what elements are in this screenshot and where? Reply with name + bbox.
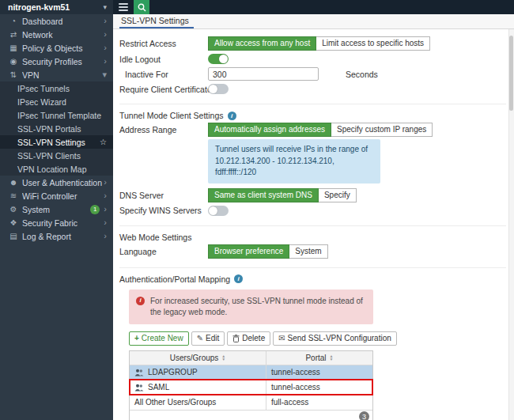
tab-sslvpn-settings[interactable]: SSL-VPN Settings [119, 14, 194, 28]
dns-server-row: DNS Server Same as client system DNS Spe… [119, 188, 506, 202]
create-new-button[interactable]: + Create New [129, 331, 189, 346]
option-limit-access-hosts[interactable]: Limit access to specific hosts [316, 36, 430, 51]
sidebar-item-wifi-controller[interactable]: ≋ WiFi Controller › [0, 189, 113, 202]
hostname-menu[interactable]: nitrogen-kvm51 ▾ [0, 0, 113, 14]
option-same-as-client-dns[interactable]: Same as client system DNS [208, 188, 319, 202]
section-title-text: Web Mode Settings [119, 233, 191, 242]
sidebar-item-label: Dashboard [22, 17, 104, 26]
chevron-right-icon: › [104, 205, 107, 214]
top-bar-right [113, 0, 514, 14]
sidebar-item-label: WiFi Controller [22, 191, 104, 201]
option-browser-preference[interactable]: Browser preference [208, 244, 289, 259]
vertical-scrollbar[interactable] [508, 29, 514, 420]
address-range-segmented: Automatically assign addresses Specify c… [208, 123, 433, 137]
sidebar-item-ipsec-tunnel-template[interactable]: IPsec Tunnel Template [0, 108, 113, 122]
sidebar-item-sslvpn-settings[interactable]: SSL-VPN Settings ☆ [0, 135, 113, 149]
sidebar-item-user-authentication[interactable]: ☻ User & Authentication › [0, 176, 113, 189]
inactive-for-suffix: Seconds [346, 70, 378, 79]
info-icon[interactable] [234, 274, 243, 283]
sidebar-item-sslvpn-portals[interactable]: SSL-VPN Portals [0, 122, 113, 135]
users-groups-value: SAML [148, 383, 169, 392]
table-row-all-other-users[interactable]: All Other Users/Groups full-access [130, 395, 372, 410]
dns-server-segmented: Same as client system DNS Specify [208, 188, 357, 202]
option-system-language[interactable]: System [289, 244, 327, 259]
sidebar-item-label: VPN [22, 70, 102, 80]
sidebar-item-label: IPsec Tunnels [17, 84, 70, 93]
portal-value: full-access [271, 398, 308, 407]
sidebar-item-dashboard[interactable]: ◔ Dashboard › [0, 14, 113, 28]
sidebar-item-security-profiles[interactable]: ◉ Security Profiles › [0, 55, 113, 68]
sidebar-item-label: System [22, 205, 90, 214]
table-row-saml[interactable]: SAML tunnel-access [130, 380, 372, 395]
users-groups-cell: LDAPGROUP [130, 365, 266, 380]
sidebar-item-system[interactable]: ⚙ System 1 › [0, 202, 113, 216]
inactive-for-input[interactable] [208, 67, 319, 81]
table-footer: 3 [130, 410, 372, 420]
security-warning-text: For increased security, use SSL-VPN tunn… [150, 296, 366, 318]
restrict-access-row: Restrict Access Allow access from any ho… [119, 36, 506, 51]
notification-badge: 1 [90, 205, 100, 214]
sidebar-item-policy-objects[interactable]: ▦ Policy & Objects › [0, 41, 113, 55]
users-groups-cell: All Other Users/Groups [130, 395, 266, 410]
search-button[interactable] [134, 0, 149, 14]
portal-cell: tunnel-access [266, 365, 372, 380]
hamburger-menu-icon[interactable] [113, 0, 134, 14]
envelope-icon: ✉ [278, 334, 285, 342]
sidebar-item-sslvpn-clients[interactable]: SSL-VPN Clients [0, 149, 113, 162]
table-header-row: Users/Groups ▲▼ Portal ▲▼ [130, 351, 372, 365]
chevron-right-icon: › [104, 44, 107, 52]
option-auto-assign-addresses[interactable]: Automatically assign addresses [208, 123, 331, 137]
hostname-label: nitrogen-kvm51 [8, 2, 70, 12]
delete-label: Delete [242, 334, 265, 342]
idle-logout-label: Idle Logout [119, 55, 208, 64]
scrollbar-thumb[interactable] [509, 36, 513, 111]
chevron-right-icon: › [104, 30, 107, 39]
sidebar-item-ipsec-wizard[interactable]: IPsec Wizard [0, 95, 113, 108]
sidebar-item-vpn[interactable]: ⇅ VPN ▾ [0, 68, 113, 81]
table-row-ldapgroup[interactable]: LDAPGROUP tunnel-access [130, 365, 372, 380]
sidebar-item-security-fabric[interactable]: ❖ Security Fabric › [0, 216, 113, 229]
delete-button[interactable]: Delete [227, 331, 270, 346]
sort-icon: ▲▼ [330, 354, 334, 361]
sidebar-item-network[interactable]: ⇄ Network › [0, 28, 113, 41]
portal-cell: full-access [266, 395, 372, 410]
portal-mapping-table: Users/Groups ▲▼ Portal ▲▼ LDAPGROUP tunn… [129, 350, 373, 420]
idle-logout-row: Idle Logout [119, 53, 506, 65]
sidebar-item-label: User & Authentication [22, 178, 104, 187]
sidebar-item-label: IPsec Wizard [17, 97, 66, 107]
trash-icon [232, 335, 240, 342]
favorite-star-icon[interactable]: ☆ [100, 138, 107, 146]
edit-button[interactable]: ✎ Edit [191, 331, 225, 346]
vpn-icon: ⇅ [8, 70, 19, 79]
top-bar: nitrogen-kvm51 ▾ [0, 0, 514, 14]
section-title-text: Authentication/Portal Mapping [119, 274, 230, 284]
chevron-right-icon: › [104, 191, 107, 200]
column-header-label: Users/Groups [170, 354, 219, 362]
info-icon[interactable] [228, 112, 236, 120]
option-custom-ip-ranges[interactable]: Specify custom IP ranges [331, 123, 433, 137]
idle-logout-toggle[interactable] [208, 54, 229, 64]
users-groups-value: All Other Users/Groups [134, 398, 216, 407]
sidebar-item-label: Policy & Objects [22, 44, 104, 53]
chevron-right-icon: › [104, 218, 107, 227]
sidebar-item-log-report[interactable]: ▤ Log & Report › [0, 229, 113, 243]
option-specify-dns[interactable]: Specify [319, 188, 357, 202]
require-client-certificate-toggle[interactable] [208, 84, 229, 94]
specify-wins-toggle[interactable] [208, 206, 229, 216]
plus-icon: + [134, 334, 139, 342]
option-allow-access-any-host[interactable]: Allow access from any host [208, 36, 316, 51]
pencil-icon: ✎ [197, 334, 203, 342]
portal-column-header[interactable]: Portal ▲▼ [266, 351, 372, 365]
send-sslvpn-config-label: Send SSL-VPN Configuration [288, 334, 391, 342]
sidebar-item-ipsec-tunnels[interactable]: IPsec Tunnels [0, 81, 113, 95]
sidebar-item-label: SSL-VPN Clients [17, 151, 81, 161]
wifi-icon: ≋ [8, 191, 19, 200]
section-title-text: Tunnel Mode Client Settings [119, 111, 224, 120]
sidebar-item-vpn-location-map[interactable]: VPN Location Map [0, 162, 113, 176]
dashboard-icon: ◔ [8, 17, 19, 25]
restrict-access-segmented: Allow access from any host Limit access … [208, 36, 430, 51]
address-range-label: Address Range [119, 125, 208, 134]
send-sslvpn-config-button[interactable]: ✉ Send SSL-VPN Configuration [273, 331, 397, 346]
portal-mapping-toolbar: + Create New ✎ Edit Delete ✉ Send SSL-VP… [129, 331, 373, 346]
users-groups-column-header[interactable]: Users/Groups ▲▼ [130, 351, 266, 365]
